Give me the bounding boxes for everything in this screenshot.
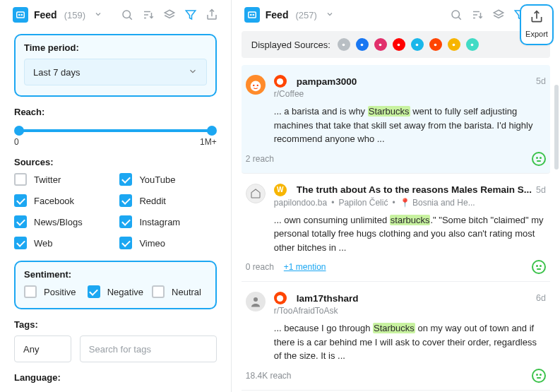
source-checkbox[interactable]: YouTube	[119, 173, 216, 186]
post-text: ... because I go through Starbucks on my…	[274, 321, 546, 363]
svg-point-23	[379, 43, 382, 46]
keyword-highlight: Starbucks	[373, 323, 415, 333]
filter-icon[interactable]	[183, 7, 198, 23]
chevron-down-icon[interactable]	[326, 8, 334, 21]
source-checkbox[interactable]: Twitter	[14, 173, 111, 186]
source-checkbox[interactable]: Reddit	[119, 194, 216, 207]
post-username: The truth about As to the reasons Males …	[297, 184, 532, 195]
checkbox-icon	[14, 194, 27, 207]
post-age: 6d	[536, 293, 546, 303]
source-network-icon[interactable]	[356, 38, 369, 51]
source-label: Reddit	[139, 196, 166, 206]
sentiment-label: Negative	[107, 287, 143, 297]
sources-label: Sources:	[14, 157, 217, 167]
sort-icon[interactable]	[470, 7, 485, 23]
sentiment-face-icon[interactable]	[532, 260, 546, 274]
chevron-down-icon[interactable]	[94, 8, 102, 21]
post-subtext: r/TooAfraidToAsk	[274, 306, 546, 316]
source-label: Vimeo	[139, 238, 165, 249]
mention-link[interactable]: +1 mention	[284, 262, 326, 272]
svg-point-32	[277, 78, 283, 84]
slider-thumb-min[interactable]	[14, 126, 24, 136]
checkbox-icon	[152, 285, 165, 298]
sentiment-face-icon[interactable]	[532, 369, 546, 383]
reddit-badge-icon	[274, 75, 287, 88]
reach-max: 1M+	[200, 137, 217, 147]
sentiment-checkbox[interactable]: Neutral	[152, 285, 207, 298]
displayed-sources-bar: Displayed Sources:	[242, 31, 550, 58]
svg-point-33	[254, 297, 258, 302]
svg-point-1	[19, 14, 20, 15]
checkbox-icon	[88, 285, 100, 298]
sentiment-checkbox[interactable]: Positive	[24, 285, 79, 298]
source-network-icon[interactable]	[338, 38, 350, 51]
svg-marker-19	[494, 10, 504, 16]
layers-icon[interactable]	[162, 7, 177, 23]
chevron-down-icon	[188, 66, 198, 78]
source-checkbox[interactable]: Vimeo	[119, 237, 216, 249]
feed-title[interactable]: Feed	[266, 9, 289, 20]
displayed-sources-label: Displayed Sources:	[251, 40, 330, 50]
search-icon[interactable]	[448, 7, 464, 23]
svg-marker-8	[165, 10, 174, 16]
app-logo-icon	[13, 7, 28, 23]
sentiment-panel: Sentiment: PositiveNegativeNeutral	[14, 261, 217, 309]
time-period-select[interactable]: Last 7 days	[24, 59, 207, 85]
search-icon[interactable]	[119, 7, 135, 23]
keyword-highlight: starbucks	[390, 215, 431, 225]
tags-search-input[interactable]	[80, 335, 217, 362]
avatar-icon	[246, 184, 266, 203]
slider-thumb-max[interactable]	[207, 126, 217, 136]
source-label: Twitter	[34, 174, 61, 185]
source-network-icon[interactable]	[429, 38, 442, 51]
svg-point-31	[256, 85, 258, 86]
source-network-icon[interactable]	[466, 38, 479, 51]
post-subtext: r/Coffee	[274, 89, 546, 99]
language-label: Language:	[14, 372, 217, 383]
reach-label: Reach:	[14, 107, 217, 117]
right-header: Feed (257)	[232, 0, 560, 30]
source-label: Instagram	[139, 217, 180, 227]
post-age: 5d	[536, 185, 546, 195]
source-network-icon[interactable]	[411, 38, 424, 51]
sentiment-checkbox[interactable]: Negative	[88, 285, 143, 298]
source-checkbox[interactable]: Instagram	[119, 215, 216, 228]
time-period-value: Last 7 days	[33, 67, 81, 78]
checkbox-icon	[119, 215, 132, 228]
avatar-icon	[246, 292, 266, 311]
feed-post[interactable]: Iam17thshard6dr/TooAfraidToAsk... becaus…	[242, 282, 550, 391]
sentiment-face-icon[interactable]	[532, 152, 546, 166]
layers-icon[interactable]	[491, 7, 506, 23]
svg-point-27	[453, 43, 455, 46]
sort-icon[interactable]	[141, 7, 156, 23]
source-label: YouTube	[139, 174, 175, 185]
source-checkbox[interactable]: Facebook	[14, 194, 111, 207]
post-text: ... own consuming unlimited starbucks." …	[274, 213, 546, 255]
reach-slider[interactable]	[16, 124, 215, 127]
svg-point-22	[361, 43, 364, 46]
feed-title[interactable]: Feed	[34, 9, 57, 20]
svg-rect-0	[17, 12, 25, 18]
export-callout[interactable]: Export	[520, 4, 554, 45]
reddit-badge-icon	[274, 292, 287, 304]
reach-min: 0	[14, 137, 19, 147]
tags-select[interactable]: Any	[14, 335, 71, 362]
source-network-icon[interactable]	[448, 38, 460, 51]
share-icon[interactable]	[204, 7, 220, 23]
scrollbar[interactable]	[554, 85, 559, 170]
source-label: Web	[34, 238, 53, 249]
export-icon	[530, 10, 544, 27]
post-username: pampam3000	[297, 76, 357, 87]
post-text: ... a barista and is why Starbucks went …	[274, 105, 546, 146]
keyword-highlight: Starbucks	[368, 106, 410, 117]
checkbox-icon	[119, 173, 132, 186]
source-checkbox[interactable]: News/Blogs	[14, 215, 111, 228]
feed-post[interactable]: pampam30005dr/Coffee... a barista and is…	[242, 65, 550, 174]
feed-post[interactable]: WThe truth about As to the reasons Males…	[242, 174, 550, 283]
post-username: Iam17thshard	[297, 293, 359, 304]
source-checkbox[interactable]: Web	[14, 237, 111, 249]
tags-select-value: Any	[23, 344, 39, 355]
source-network-icon[interactable]	[393, 38, 405, 51]
source-network-icon[interactable]	[374, 38, 387, 51]
svg-marker-9	[186, 11, 196, 19]
